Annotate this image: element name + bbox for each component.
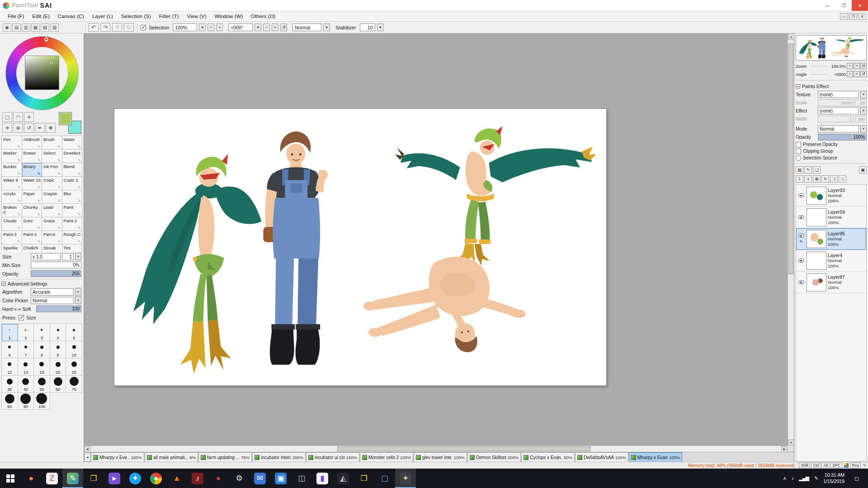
brush-size-10[interactable]: 10: [66, 341, 82, 358]
brush-size-40[interactable]: 40: [18, 375, 34, 393]
undo-button[interactable]: ↶: [89, 23, 99, 32]
effect-dropdown-button[interactable]: ▾: [860, 107, 867, 115]
brush-size-90[interactable]: 90: [18, 393, 34, 410]
blend-mode-select[interactable]: Normal: [292, 23, 321, 31]
size-value-field[interactable]: 1: [62, 253, 74, 260]
layer-options-button[interactable]: ▣: [859, 166, 867, 174]
brush-size-5[interactable]: 5: [66, 324, 82, 341]
hsv-slider-tab[interactable]: ▥: [22, 23, 30, 32]
sai-pinned-icon[interactable]: ✎: [62, 469, 83, 488]
tool-grass[interactable]: Grass✎: [42, 217, 62, 231]
brush-size-50[interactable]: 50: [34, 375, 50, 393]
transfer-down-button[interactable]: ⇩: [796, 175, 803, 183]
menu-item-filter[interactable]: Filter (T): [155, 11, 183, 21]
doc-tab-monster-cells-2[interactable]: Monster cells 2...100%: [360, 452, 413, 462]
brush-size-12[interactable]: 12: [2, 358, 18, 375]
rotate-tool[interactable]: ↺: [24, 123, 34, 133]
brush-size-7[interactable]: 7: [18, 341, 34, 358]
doc-tab-mharpy-x-eve[interactable]: Mharpy x Eve ...100%: [91, 452, 144, 462]
media-app-icon[interactable]: ▸: [104, 469, 125, 488]
tool-marker[interactable]: Marker✎: [2, 150, 22, 163]
brush-size-2[interactable]: 2: [18, 324, 34, 341]
clear-layer-button[interactable]: ⊠: [813, 175, 821, 183]
tool-acrylic[interactable]: Acrylic✎: [2, 190, 22, 204]
size-dropdown-button[interactable]: ▾: [75, 253, 81, 260]
layer-opacity-slider[interactable]: 100%: [818, 134, 867, 141]
layer-visibility-toggle[interactable]: [797, 258, 805, 263]
menu-item-others[interactable]: Others (O): [247, 11, 279, 21]
tool-paper[interactable]: Paper✎: [22, 190, 42, 204]
stabilizer-dropdown-button[interactable]: ▾: [377, 23, 384, 31]
nav-zoom-in-button[interactable]: +: [854, 63, 860, 69]
layer-visibility-toggle[interactable]: [797, 280, 805, 284]
brush-size-70[interactable]: 70: [66, 375, 82, 393]
algorithm-select[interactable]: Accurate: [31, 288, 74, 296]
red-app-icon[interactable]: ●: [208, 469, 229, 488]
swatches-tab[interactable]: ▧: [41, 23, 49, 32]
hue-ring-cursor[interactable]: [44, 38, 48, 42]
pan-tool[interactable]: ✥: [46, 123, 56, 133]
vertical-scroll-thumb[interactable]: [788, 43, 793, 274]
tool-crayon[interactable]: Crayon✎: [42, 190, 62, 204]
clipping-group-checkbox[interactable]: [796, 149, 801, 154]
tool-paint-3[interactable]: Paint 3✎: [2, 231, 22, 244]
tool-parrot[interactable]: Parrot✎: [42, 231, 62, 244]
press-size-checkbox[interactable]: [19, 315, 24, 320]
tool-brush[interactable]: Brush✎: [42, 136, 62, 150]
tool-lead[interactable]: Lead✎: [42, 204, 62, 217]
preserve-opacity-checkbox[interactable]: [796, 142, 801, 147]
volume-icon[interactable]: ♪: [792, 475, 794, 481]
sai-window-icon[interactable]: ✦: [395, 469, 416, 488]
tool-copic-2[interactable]: Copic 2✎: [62, 177, 83, 190]
eyedropper-tool[interactable]: ✒: [35, 123, 45, 133]
chrome-icon[interactable]: ●: [146, 469, 166, 488]
terminal-app-icon[interactable]: ▮: [312, 469, 333, 488]
menu-item-file[interactable]: File (F): [4, 11, 28, 21]
brush-size-14[interactable]: 14: [18, 358, 34, 375]
primary-color-swatch[interactable]: [59, 112, 72, 125]
minimize-button[interactable]: —: [819, 0, 835, 11]
brush-size-100[interactable]: 100: [34, 393, 50, 410]
photos-app-icon[interactable]: ▣: [270, 469, 291, 488]
tool-airbrush[interactable]: AirBrush✎: [22, 136, 42, 150]
audio-app-icon[interactable]: ♪: [187, 469, 208, 488]
tool-paint[interactable]: Paint✎: [62, 204, 83, 217]
doc-tab-incubator-ui-clo[interactable]: incubator ui clo...150%: [306, 452, 359, 462]
rgb-slider-tab[interactable]: ▤: [12, 23, 21, 32]
brush-size-20[interactable]: 20: [50, 358, 66, 375]
network-icon[interactable]: ▂▄▆: [799, 475, 809, 481]
file-explorer-icon[interactable]: ❒: [354, 469, 374, 488]
tool-tint[interactable]: Tint✎: [62, 244, 83, 252]
brush-size-4[interactable]: 4: [50, 324, 66, 341]
menu-item-canvas[interactable]: Canvas (C): [54, 11, 88, 21]
nav-angle-reset-button[interactable]: ↺: [860, 71, 867, 77]
history-forward-button[interactable]: ↻: [124, 23, 134, 32]
new-layer-button[interactable]: ▧: [796, 166, 803, 174]
mdi-restore-button[interactable]: ❐: [849, 13, 857, 20]
mdi-close-button[interactable]: ✕: [858, 13, 866, 20]
layer-visibility-toggle[interactable]: ✎: [797, 234, 805, 244]
color-picker-select[interactable]: Normal: [31, 297, 74, 304]
tool-streak[interactable]: Streak✎: [42, 244, 62, 252]
view-zoom-field[interactable]: 100%: [173, 23, 197, 31]
doc-tab-farm-updating[interactable]: farm updating ...75%: [198, 452, 252, 462]
dark-photos-app-icon[interactable]: ◭: [333, 469, 354, 488]
min-size-slider[interactable]: 0%: [31, 262, 81, 268]
tab-scroll-left-button[interactable]: ◂: [84, 453, 91, 462]
canvas-viewport[interactable]: ▲ ▼ ◀ ▶: [84, 33, 794, 452]
layer-row-layer87[interactable]: Layer87Normal100%: [796, 272, 866, 293]
view-angle-ccw-button[interactable]: −: [263, 23, 270, 31]
tool-blend[interactable]: Blend✎: [62, 163, 83, 177]
gray-app-icon[interactable]: ◫: [291, 469, 312, 488]
nav-angle-minus-button[interactable]: −: [847, 71, 853, 77]
tool-water-10[interactable]: Water 10✎: [22, 177, 42, 190]
pen-input-icon[interactable]: ✎: [814, 475, 818, 481]
view-angle-reset-button[interactable]: ↺: [280, 23, 287, 31]
tool-paint-2[interactable]: Paint 2✎: [62, 217, 83, 231]
settings-gear-icon[interactable]: ⚙: [229, 469, 250, 488]
layer-mode-select[interactable]: Normal: [818, 125, 859, 132]
layer-row-layer95[interactable]: ✎Layer95Normal100%: [796, 228, 866, 250]
tool-gore[interactable]: Gore✎: [22, 217, 42, 231]
taskbar-clock[interactable]: 10:31 AM 1/15/2019: [823, 472, 844, 484]
view-zoom-in-button[interactable]: +: [216, 23, 223, 31]
